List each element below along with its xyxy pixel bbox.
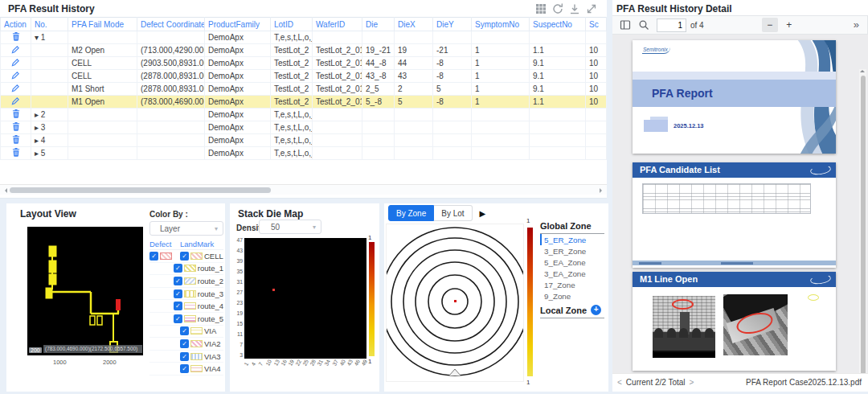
landmark-checkbox[interactable]: ✓: [180, 352, 189, 361]
refresh-icon[interactable]: [552, 3, 563, 14]
group-toggle[interactable]: ▸ 3: [31, 121, 68, 134]
landmark-checkbox[interactable]: ✓: [180, 339, 189, 348]
toolbar-more-button[interactable]: »: [854, 18, 859, 31]
pencil-icon[interactable]: [1, 83, 31, 96]
landmark-column-header: LandMark: [180, 240, 223, 248]
trash-icon[interactable]: [1, 121, 31, 134]
cell: [433, 109, 472, 121]
tab-by-lot[interactable]: By Lot: [434, 205, 472, 221]
expand-icon[interactable]: [586, 3, 597, 14]
column-header[interactable]: DieX: [395, 18, 433, 31]
zone-item[interactable]: 5_ER_Zone: [540, 234, 604, 245]
tab-by-zone[interactable]: By Zone: [388, 205, 434, 221]
next-case-button[interactable]: >: [690, 378, 694, 387]
result-row[interactable]: M2 Open(713.000,4290.000)(2...DemoApxTes…: [1, 44, 607, 57]
result-row[interactable]: CELL(2878.000,8931.000)(...DemoApxTestLo…: [1, 70, 607, 83]
scrollbar-thumb[interactable]: [10, 187, 271, 193]
column-header[interactable]: DieY: [433, 18, 472, 31]
group-row[interactable]: ▸ 4DemoApxT,e,s,t,L,o,_,2...: [1, 134, 607, 147]
landmark-swatch: [190, 252, 203, 260]
zone-tabs: By Zone By Lot ▶: [388, 205, 485, 221]
landmark-swatch: [184, 302, 196, 310]
group-row[interactable]: ▸ 5DemoApxT,e,s,t,L,o,_,2...: [1, 147, 607, 160]
group-toggle[interactable]: ▸ 2: [31, 109, 68, 121]
zoom-in-button[interactable]: +: [781, 18, 797, 32]
layout-canvas[interactable]: 200 (783.000,4690.000)(2172.500,6557.500…: [27, 227, 143, 355]
column-header[interactable]: ProductFamily: [205, 18, 271, 31]
column-header[interactable]: SuspectNo: [530, 18, 586, 31]
grid-icon[interactable]: [535, 3, 547, 14]
group-row[interactable]: ▸ 3DemoApxT,e,s,t,L,o,_,2...: [1, 121, 607, 134]
wafer-zone-map[interactable]: [386, 224, 524, 382]
prev-case-button[interactable]: <: [617, 378, 622, 387]
column-header[interactable]: LotID: [271, 18, 313, 31]
cell: [362, 147, 395, 160]
landmark-checkbox[interactable]: ✓: [174, 302, 182, 310]
column-header[interactable]: Sc: [586, 18, 607, 31]
column-header[interactable]: Action: [1, 18, 31, 31]
result-row[interactable]: CELL(2903.500,8931.000)(...DemoApxTestLo…: [1, 57, 607, 70]
group-toggle[interactable]: ▸ 4: [31, 134, 68, 147]
group-row[interactable]: ▸ 2DemoApxT,e,s,t,L,o,_,2...: [1, 109, 607, 121]
trash-icon[interactable]: [1, 134, 31, 147]
zoom-out-button[interactable]: −: [762, 18, 778, 32]
group-toggle[interactable]: ▾ 1: [31, 31, 68, 44]
column-header[interactable]: No.: [31, 18, 68, 31]
sidebar-toggle-icon[interactable]: [620, 19, 631, 31]
zone-item[interactable]: 9_Zone: [540, 290, 604, 302]
landmark-checkbox[interactable]: ✓: [180, 364, 189, 373]
density-select[interactable]: 50 ▾: [259, 220, 321, 234]
result-row[interactable]: M1 Short(2878.000,8931.000)(...DemoApxTe…: [1, 83, 607, 96]
group-row[interactable]: ▾ 1DemoApxT,e,s,t,L,o,_,2...: [1, 31, 607, 44]
pdf-scrollbar[interactable]: [859, 69, 866, 373]
zone-item[interactable]: 17_Zone: [540, 279, 604, 290]
pdf-scrollbar-thumb[interactable]: [861, 76, 866, 373]
pencil-icon[interactable]: [1, 96, 31, 109]
page-number-input[interactable]: [657, 18, 686, 32]
color-by-select[interactable]: Layer ▾: [149, 221, 223, 236]
trash-icon[interactable]: [1, 147, 31, 160]
pdf-page-m1-line-open: M1 Line Open: [633, 272, 836, 371]
zone-item[interactable]: 3_EA_Zone: [540, 268, 604, 279]
scroll-right-arrow[interactable]: [600, 188, 604, 193]
download-icon[interactable]: [569, 3, 580, 14]
landmark-label: VIA: [204, 326, 216, 335]
cell: DemoApx: [205, 57, 271, 70]
cell: DemoApx: [205, 147, 271, 160]
stack-die-canvas[interactable]: [244, 238, 366, 359]
legend-row: ✓✓CELL: [149, 250, 223, 263]
legend-row: ✓VIA: [149, 326, 223, 339]
landmark-checkbox[interactable]: ✓: [174, 314, 182, 323]
column-header[interactable]: PFA Fail Mode: [68, 18, 137, 31]
report-title: PFA Report: [652, 87, 713, 100]
defect-checkbox[interactable]: ✓: [149, 252, 158, 261]
result-row[interactable]: M1 Open(783.000,4690.000)(2...DemoApxTes…: [1, 96, 607, 109]
cell: [586, 31, 607, 44]
landmark-checkbox[interactable]: ✓: [180, 252, 189, 261]
column-header[interactable]: Die: [362, 18, 395, 31]
landmark-checkbox[interactable]: ✓: [180, 326, 189, 335]
pencil-icon[interactable]: [1, 44, 31, 57]
pencil-icon[interactable]: [1, 57, 31, 70]
scroll-left-arrow[interactable]: [2, 188, 7, 193]
search-icon[interactable]: [638, 19, 649, 31]
trash-icon[interactable]: [1, 109, 31, 121]
column-header[interactable]: Defect Coordinate: [137, 18, 205, 31]
history-horizontal-scrollbar[interactable]: [0, 184, 607, 195]
pencil-icon[interactable]: [1, 70, 31, 83]
landmark-checkbox[interactable]: ✓: [174, 264, 182, 273]
trash-icon[interactable]: [1, 31, 31, 44]
scroll-up-arrow[interactable]: [860, 70, 865, 72]
zone-item[interactable]: 5_EA_Zone: [540, 257, 604, 268]
zone-item[interactable]: 3_ER_Zone: [540, 245, 604, 257]
play-icon[interactable]: ▶: [480, 209, 486, 218]
cell: DemoApx: [205, 96, 271, 109]
landmark-checkbox[interactable]: ✓: [174, 277, 182, 285]
group-toggle[interactable]: ▸ 5: [31, 147, 68, 160]
stack-die-map-title: Stack Die Map: [238, 208, 303, 220]
pdf-viewer[interactable]: Semitronix PFA Report 2025.12.13 PFA Can…: [612, 35, 868, 373]
column-header[interactable]: WaferID: [313, 18, 362, 31]
landmark-checkbox[interactable]: ✓: [174, 289, 182, 298]
add-local-zone-button[interactable]: +: [591, 305, 601, 315]
column-header[interactable]: SymptomNo: [472, 18, 530, 31]
